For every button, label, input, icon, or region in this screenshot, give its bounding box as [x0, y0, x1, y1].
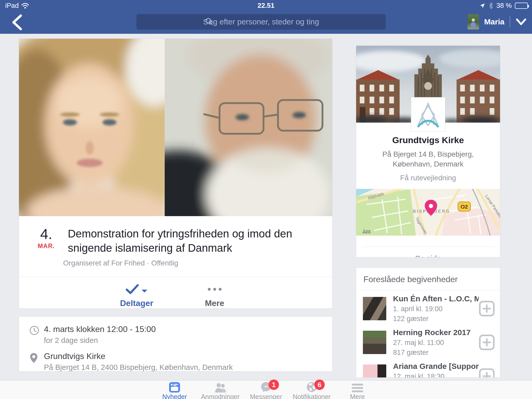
- event-title: Demonstration for ytringsfriheden og imo…: [63, 227, 321, 255]
- event-thumbnail: [363, 331, 386, 354]
- place-name[interactable]: Grundtvigs Kirke: [356, 135, 500, 145]
- avatar[interactable]: [468, 14, 479, 29]
- location-arrow-icon: [479, 3, 486, 9]
- see-page-button[interactable]: Se side: [356, 247, 500, 257]
- caret-down-icon: [141, 289, 148, 293]
- suggested-event-row[interactable]: Herning Rocker 2017 27. maj kl. 11:00 81…: [356, 325, 500, 359]
- clock-time: 22.51: [0, 2, 532, 10]
- event-cover-photo[interactable]: [19, 39, 332, 216]
- friend-requests-icon: [214, 383, 227, 393]
- checkmark-icon: [125, 284, 139, 294]
- notifications-badge: 6: [314, 380, 325, 390]
- event-card: 4. MAR. Demonstration for ytringsfrihede…: [19, 38, 332, 309]
- suggested-event-time: 27. maj kl. 11:00: [393, 339, 479, 347]
- tab-label: Notifikationer: [289, 393, 335, 399]
- facebook-event-page: iPad 22.51 38 %: [0, 0, 532, 399]
- event-details-card: 4. marts klokken 12:00 - 15:00 for 2 dag…: [19, 316, 332, 371]
- chevron-down-icon[interactable]: [515, 18, 527, 26]
- add-event-button[interactable]: [479, 301, 495, 317]
- battery-icon: [515, 3, 528, 9]
- add-event-button[interactable]: [479, 368, 495, 378]
- church-spire-logo-icon: [415, 100, 442, 129]
- event-venue-address: På Bjerget 14 B, 2400 Bispebjerg, Københ…: [44, 363, 233, 371]
- event-location-row[interactable]: Grundtvigs Kirke På Bjerget 14 B, 2400 B…: [29, 351, 322, 371]
- place-address: På Bjerget 14 B, Bispebjerg, København, …: [368, 149, 488, 169]
- user-name[interactable]: Maria: [484, 17, 504, 26]
- event-date-month: MAR.: [29, 242, 63, 250]
- tab-more[interactable]: Mere: [335, 381, 380, 399]
- event-date: 4. MAR.: [29, 227, 63, 267]
- location-pin-icon: [29, 353, 38, 363]
- tab-messenger[interactable]: 1 Messenger: [243, 381, 289, 399]
- event-venue-name: Grundtvigs Kirke: [44, 351, 233, 361]
- tab-notifications[interactable]: 6 Notifikationer: [289, 381, 335, 399]
- hamburger-menu-icon: [352, 384, 363, 393]
- get-directions-link[interactable]: Få rutevejledning: [356, 174, 500, 182]
- battery-percent: 38 %: [496, 2, 512, 10]
- ellipsis-icon: [185, 283, 244, 295]
- header-divider: [510, 16, 510, 28]
- cover-right-man-photo: [165, 39, 332, 216]
- place-card: Grundtvigs Kirke På Bjerget 14 B, Bispeb…: [356, 45, 500, 257]
- place-logo[interactable]: [411, 97, 445, 131]
- attending-button[interactable]: Deltager: [107, 283, 167, 308]
- tab-label: Mere: [335, 393, 380, 399]
- tab-label: Nyheder: [152, 393, 197, 399]
- suggested-event-guests: 817 gæster: [393, 349, 479, 357]
- map[interactable]: Rådvads BISPEBJERG Tagensvej Lersø Parka…: [356, 189, 500, 236]
- more-label: Mere: [185, 298, 244, 308]
- event-time-text: 4. marts klokken 12:00 - 15:00: [44, 324, 156, 334]
- status-bar: iPad 22.51 38 %: [0, 0, 532, 11]
- suggested-event-row[interactable]: Ariana Grande [Support: Bl... 12. maj kl…: [356, 359, 500, 378]
- search-input[interactable]: [136, 14, 386, 30]
- more-button[interactable]: Mere: [185, 283, 244, 308]
- back-button[interactable]: [9, 14, 25, 31]
- map-route-badge-label: O2: [461, 204, 468, 210]
- suggested-event-time: 12. maj kl. 18:30: [393, 373, 479, 378]
- messenger-badge: 1: [269, 380, 279, 390]
- attending-label: Deltager: [107, 298, 167, 308]
- event-thumbnail: [363, 297, 386, 320]
- suggested-event-name[interactable]: Ariana Grande [Support: Bl...: [393, 362, 479, 371]
- event-date-day: 4.: [29, 227, 63, 242]
- tab-newsfeed[interactable]: Nyheder: [152, 381, 197, 399]
- cover-left-woman-photo: [19, 39, 165, 216]
- event-time-ago: for 2 dage siden: [44, 336, 156, 345]
- add-event-button[interactable]: [479, 334, 495, 350]
- suggested-event-name[interactable]: Kun Én Aften - L.O.C, Marw...: [393, 294, 479, 303]
- bottom-tab-bar: Nyheder Anmodninger 1 Me: [0, 380, 532, 399]
- suggested-event-guests: 122 gæster: [393, 315, 479, 323]
- suggested-event-name[interactable]: Herning Rocker 2017: [393, 328, 479, 337]
- divider: [356, 290, 500, 290]
- newsfeed-icon: [169, 382, 180, 393]
- tab-requests[interactable]: Anmodninger: [197, 381, 243, 399]
- suggested-event-time: 1. april kl. 19:00: [393, 305, 479, 313]
- suggested-event-row[interactable]: Kun Én Aften - L.O.C, Marw... 1. april k…: [356, 292, 500, 325]
- event-organizer: Organiseret af For Frihed · Offentlig: [63, 259, 321, 267]
- tab-label: Messenger: [243, 393, 289, 399]
- bluetooth-icon: [489, 2, 493, 9]
- suggested-events-card: Foreslåede begivenheder Kun Én Aften - L…: [356, 268, 500, 378]
- suggested-events-title: Foreslåede begivenheder: [356, 268, 500, 290]
- app-header: iPad 22.51 38 %: [0, 0, 532, 34]
- map-corner-label: Jura: [362, 229, 370, 233]
- event-thumbnail: [363, 364, 386, 378]
- clock-icon: [29, 325, 39, 335]
- tab-label: Anmodninger: [197, 393, 243, 399]
- event-time-row: 4. marts klokken 12:00 - 15:00 for 2 dag…: [29, 324, 322, 345]
